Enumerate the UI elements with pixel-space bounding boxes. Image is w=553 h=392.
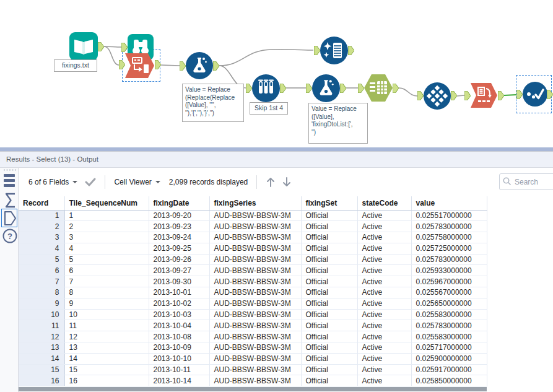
- crosstab-output-anchor[interactable]: [451, 91, 457, 100]
- formula2-output-anchor[interactable]: [340, 84, 346, 93]
- transpose-tool[interactable]: [471, 83, 498, 108]
- cell-fixingdate[interactable]: 2013-10-11: [149, 364, 209, 375]
- cell-fixingdate[interactable]: 2013-10-08: [149, 331, 209, 342]
- column-header-value[interactable]: value: [411, 196, 487, 210]
- table-row[interactable]: 6 6 2013-09-27 AUD-BBSW-BBSW-3M Official…: [19, 265, 487, 276]
- cell-tile-sequencenum[interactable]: 7: [64, 276, 149, 287]
- apply-checkmark-icon[interactable]: [85, 178, 96, 186]
- cell-fixingset[interactable]: Official: [301, 331, 357, 342]
- text-to-columns-tool[interactable]: [364, 74, 393, 102]
- cell-fixingseries[interactable]: AUD-BBSW-BBSW-3M: [209, 276, 301, 287]
- cell-statecode[interactable]: Active: [357, 221, 411, 232]
- cell-viewer-dropdown-button[interactable]: Cell Viewer: [114, 178, 160, 186]
- cell-fixingset[interactable]: Official: [301, 342, 357, 354]
- wire-input-to-parse[interactable]: [104, 46, 119, 65]
- cell-fixingseries[interactable]: AUD-BBSW-BBSW-3M: [209, 298, 301, 309]
- cell-value[interactable]: 0.025933000000: [411, 265, 487, 276]
- cell-statecode[interactable]: Active: [357, 331, 411, 342]
- cell-tile-sequencenum[interactable]: 9: [64, 298, 149, 309]
- cell-statecode[interactable]: Active: [357, 287, 411, 298]
- cell-value[interactable]: 0.025783000000: [411, 320, 487, 331]
- wire-input-to-browse[interactable]: [104, 46, 121, 47]
- cell-statecode[interactable]: Active: [357, 298, 411, 309]
- cell-fixingseries[interactable]: AUD-BBSW-BBSW-3M: [209, 254, 301, 265]
- cell-statecode[interactable]: Active: [357, 265, 411, 276]
- column-header-fixingdate[interactable]: fixingDate: [149, 196, 209, 210]
- wire-texttocolumns-to-crosstab[interactable]: [399, 88, 417, 96]
- column-header-statecode[interactable]: stateCode: [357, 196, 411, 210]
- cell-value[interactable]: 0.025783000000: [411, 254, 487, 265]
- help-icon[interactable]: ?: [2, 229, 17, 243]
- cell-fixingseries[interactable]: AUD-BBSW-BBSW-3M: [209, 375, 301, 386]
- table-row[interactable]: 16 16 2013-10-14 AUD-BBSW-BBSW-3M Offici…: [19, 375, 487, 386]
- table-row[interactable]: 1 1 2013-09-20 AUD-BBSW-BBSW-3M Official…: [19, 210, 487, 221]
- cell-fixingset[interactable]: Official: [301, 353, 357, 364]
- cell-statecode[interactable]: Active: [357, 254, 411, 265]
- cell-fixingdate[interactable]: 2013-10-10: [149, 353, 209, 364]
- record-number-cell[interactable]: 16: [19, 375, 64, 386]
- table-row[interactable]: 13 13 2013-10-09 AUD-BBSW-BBSW-3M Offici…: [19, 342, 487, 354]
- record-number-cell[interactable]: 11: [19, 320, 64, 331]
- workflow-canvas[interactable]: fixings.txt Value = Replace (Replace(Rep…: [0, 0, 553, 147]
- sample-output-anchor[interactable]: [280, 84, 286, 93]
- formula-tool-2[interactable]: [312, 74, 340, 102]
- cell-fixingdate[interactable]: 2013-09-26: [149, 254, 209, 265]
- table-row[interactable]: 7 7 2013-09-30 AUD-BBSW-BBSW-3M Official…: [19, 276, 487, 287]
- wire-formula1-to-cleansing[interactable]: [219, 50, 313, 66]
- table-row[interactable]: 4 4 2013-09-25 AUD-BBSW-BBSW-3M Official…: [19, 243, 487, 254]
- sample-annotation[interactable]: Skip 1st 4: [250, 102, 288, 115]
- table-row[interactable]: 10 10 2013-10-03 AUD-BBSW-BBSW-3M Offici…: [19, 309, 487, 320]
- table-row[interactable]: 2 2 2013-09-23 AUD-BBSW-BBSW-3M Official…: [19, 221, 487, 232]
- formula2-input-anchor[interactable]: [306, 84, 312, 93]
- cell-statecode[interactable]: Active: [357, 232, 411, 243]
- transpose-output-anchor[interactable]: [498, 91, 504, 100]
- cell-value[interactable]: 0.025850000000: [411, 375, 487, 386]
- cell-fixingset[interactable]: Official: [301, 364, 357, 375]
- cell-statecode[interactable]: Active: [357, 320, 411, 331]
- scroll-down-arrow-icon[interactable]: [282, 176, 292, 188]
- column-header-fixingseries[interactable]: fixingSeries: [209, 196, 301, 210]
- data-cleansing-tool[interactable]: [320, 37, 348, 64]
- formula1-output-anchor[interactable]: [213, 61, 219, 71]
- cell-fixingset[interactable]: Official: [301, 265, 357, 276]
- cell-fixingdate[interactable]: 2013-10-02: [149, 298, 209, 309]
- parse-tool[interactable]: [125, 53, 155, 78]
- wire-transpose-to-select-selected[interactable]: [504, 95, 516, 95]
- column-header-record[interactable]: Record: [19, 196, 64, 210]
- cell-fixingset[interactable]: Official: [301, 287, 357, 298]
- record-number-cell[interactable]: 12: [19, 331, 64, 342]
- formula1-input-anchor[interactable]: [180, 61, 186, 71]
- table-row[interactable]: 5 5 2013-09-26 AUD-BBSW-BBSW-3M Official…: [19, 254, 487, 265]
- cell-statecode[interactable]: Active: [357, 353, 411, 364]
- cell-value[interactable]: 0.025583000000: [411, 309, 487, 320]
- browse-input-anchor[interactable]: [121, 43, 128, 52]
- cell-tile-sequencenum[interactable]: 8: [64, 287, 149, 298]
- table-row[interactable]: 9 9 2013-10-02 AUD-BBSW-BBSW-3M Official…: [19, 298, 487, 309]
- cell-tile-sequencenum[interactable]: 10: [64, 309, 149, 320]
- select-input-anchor[interactable]: [516, 90, 523, 99]
- cell-fixingdate[interactable]: 2013-10-09: [149, 342, 209, 354]
- sample-input-anchor[interactable]: [246, 84, 252, 93]
- cell-fixingseries[interactable]: AUD-BBSW-BBSW-3M: [209, 265, 301, 276]
- formula-tool-1[interactable]: [186, 52, 213, 79]
- record-number-cell[interactable]: 5: [19, 254, 64, 265]
- rows-view-icon[interactable]: [4, 173, 15, 188]
- cell-tile-sequencenum[interactable]: 3: [64, 232, 149, 243]
- record-number-cell[interactable]: 10: [19, 309, 64, 320]
- cell-value[interactable]: 0.025900000000: [411, 353, 487, 364]
- cell-value[interactable]: 0.025725000000: [411, 243, 487, 254]
- cell-value[interactable]: 0.025967000000: [411, 276, 487, 287]
- cell-fixingseries[interactable]: AUD-BBSW-BBSW-3M: [209, 210, 301, 221]
- cell-tile-sequencenum[interactable]: 14: [64, 353, 149, 364]
- cell-fixingset[interactable]: Official: [301, 276, 357, 287]
- cell-fixingseries[interactable]: AUD-BBSW-BBSW-3M: [209, 320, 301, 331]
- texttocolumns-input-anchor[interactable]: [358, 84, 364, 93]
- cross-tab-tool[interactable]: [424, 82, 451, 110]
- cell-value[interactable]: 0.025583000000: [411, 331, 487, 342]
- record-number-cell[interactable]: 9: [19, 298, 64, 309]
- cell-fixingdate[interactable]: 2013-09-30: [149, 276, 209, 287]
- cleansing-output-anchor[interactable]: [348, 46, 354, 55]
- cell-fixingset[interactable]: Official: [301, 232, 357, 243]
- cell-statecode[interactable]: Active: [357, 364, 411, 375]
- table-row[interactable]: 3 3 2013-09-24 AUD-BBSW-BBSW-3M Official…: [19, 232, 487, 243]
